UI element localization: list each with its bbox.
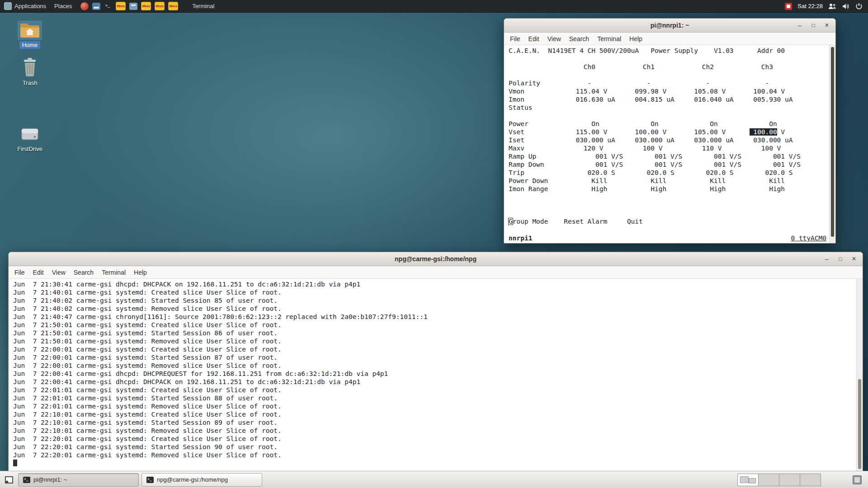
menu-terminal[interactable]: Terminal [98,267,130,277]
desktop-icon-home-label: Home [19,41,41,49]
log-terminal-window: npg@carme-gsi:/home/npg File Edit View S… [8,252,863,472]
terminal-launcher-icon[interactable] [104,3,112,10]
applications-menu-icon [4,2,12,10]
blue-app-icon[interactable] [129,3,137,10]
log-window-controls [822,252,859,266]
desktop-icon-home[interactable]: Home [14,21,46,49]
menu-terminal[interactable]: Terminal [593,34,625,44]
taskbar-button-pi-terminal[interactable]: pi@nnrpi1: ~ [18,473,139,487]
mines-icon[interactable]: Mines [168,2,178,10]
show-desktop-icon [5,476,13,483]
log-window-title: npg@carme-gsi:/home/npg [9,255,863,263]
desktop-icon-firstdrive[interactable]: FirstDrive [14,126,46,153]
menu-edit[interactable]: Edit [524,34,543,44]
minimize-icon[interactable] [822,254,832,263]
caen-status-line: nnrpi1 0 ttyACM0 [509,234,827,242]
alert-icon[interactable] [785,3,792,10]
terminal-icon [23,477,30,483]
workspace-1[interactable] [737,474,759,486]
top-panel: Applications Places Mines Mines Mines Mi… [0,0,868,13]
mines-icon-label: Mines [142,5,150,8]
menu-edit[interactable]: Edit [29,267,48,277]
show-desktop-button[interactable] [3,474,15,486]
menu-file[interactable]: File [10,267,29,277]
caen-screen-top: C.A.E.N. N1419ET 4 CH 500V/200uA Power S… [509,47,793,136]
workspace-3[interactable] [779,474,800,486]
taskbar-button-label: npg@carme-gsi:/home/npg [157,476,228,483]
panel-plugin-icon[interactable] [853,475,862,484]
caen-screen-bottom: V Iset 030.000 uA 030.000 uA 030.000 uA … [509,128,801,192]
red-app-icon[interactable] [80,2,89,10]
desktop-icon-trash[interactable]: Trash [14,56,46,87]
caen-menubar: File Edit View Search Terminal Help [504,33,835,45]
workspace-4[interactable] [800,474,821,486]
panel-status-area: Sat 22:28 [785,3,868,10]
maximize-icon[interactable] [808,21,818,30]
caen-window-title: pi@nnrpi1: ~ [504,22,835,29]
desktop-icon-trash-label: Trash [20,79,40,87]
users-icon[interactable] [828,3,836,10]
home-folder-icon [18,21,42,40]
log-cursor-line [13,459,854,467]
caen-actions-text[interactable]: Group Mode Reset Alarm Quit [509,218,643,225]
panel-launchers: Mines Mines Mines Mines [80,2,178,10]
menu-file[interactable]: File [506,34,524,44]
close-icon[interactable] [849,254,859,263]
maximize-icon[interactable] [835,254,845,263]
menu-search[interactable]: Search [70,267,98,277]
caen-window-titlebar[interactable]: pi@nnrpi1: ~ [504,19,835,33]
power-icon[interactable] [855,3,863,10]
caen-screen-text: C.A.E.N. N1419ET 4 CH 500V/200uA Power S… [509,47,827,217]
menu-help[interactable]: Help [130,267,151,277]
menu-search[interactable]: Search [565,34,593,44]
clock[interactable]: Sat 22:28 [797,3,823,9]
trash-icon [19,56,41,78]
minimize-icon[interactable] [795,21,805,30]
log-scrollbar[interactable] [856,279,863,472]
taskbar: pi@nnrpi1: ~ npg@carme-gsi:/home/npg [0,471,868,488]
menu-help[interactable]: Help [625,34,646,44]
applications-menu-label: Applications [14,3,46,9]
caen-terminal-window: pi@nnrpi1: ~ File Edit View Search Termi… [504,18,836,244]
places-menu-label: Places [54,3,72,9]
mines-icon[interactable]: Mines [141,2,151,10]
log-lines: Jun 7 21:30:41 carme-gsi dhcpd: DHCPACK … [13,281,428,459]
workspace-2[interactable] [758,474,779,486]
close-icon[interactable] [822,21,832,30]
taskbar-button-npg-terminal[interactable]: npg@carme-gsi:/home/npg [142,473,262,487]
caen-window-controls [795,19,832,32]
taskbar-button-label: pi@nnrpi1: ~ [33,476,67,483]
file-manager-icon[interactable] [92,3,100,10]
menu-view[interactable]: View [48,267,70,277]
places-menu[interactable]: Places [50,0,76,12]
mines-icon-label: Mines [117,5,124,8]
log-terminal-screen[interactable]: Jun 7 21:30:41 carme-gsi dhcpd: DHCPACK … [9,279,863,472]
tty-port-label: 0 ttyACM0 [791,234,826,242]
log-menubar: File Edit View Search Terminal Help [9,266,863,279]
mines-icon[interactable]: Mines [155,2,165,10]
mines-icon[interactable]: Mines [116,2,126,10]
caen-scrollbar-thumb[interactable] [831,47,834,237]
panel-window-item-label: Terminal [192,3,214,9]
menu-view[interactable]: View [543,34,565,44]
terminal-cursor-hollow [508,218,513,225]
workspace-switcher [738,474,821,486]
log-window-titlebar[interactable]: npg@carme-gsi:/home/npg [9,252,863,266]
terminal-cursor-block [13,460,17,466]
vset-selected-value[interactable]: 100.00 [750,128,777,136]
device-name-label: nnrpi1 [509,234,532,242]
drive-icon [18,126,42,144]
volume-icon[interactable] [842,3,850,10]
log-output: Jun 7 21:30:41 carme-gsi dhcpd: DHCPACK … [13,280,854,459]
caen-scrollbar[interactable] [829,45,835,243]
applications-menu[interactable]: Applications [0,0,50,12]
mines-icon-label: Mines [169,5,177,8]
caen-actions-line: Group Mode Reset Alarm Quit [509,217,827,225]
terminal-icon [146,477,154,483]
caen-terminal-screen[interactable]: C.A.E.N. N1419ET 4 CH 500V/200uA Power S… [504,45,835,243]
mines-icon-label: Mines [156,5,163,8]
log-scrollbar-thumb[interactable] [858,379,861,469]
panel-window-item-terminal[interactable]: Terminal [188,0,218,12]
desktop-icon-firstdrive-label: FirstDrive [14,145,45,153]
